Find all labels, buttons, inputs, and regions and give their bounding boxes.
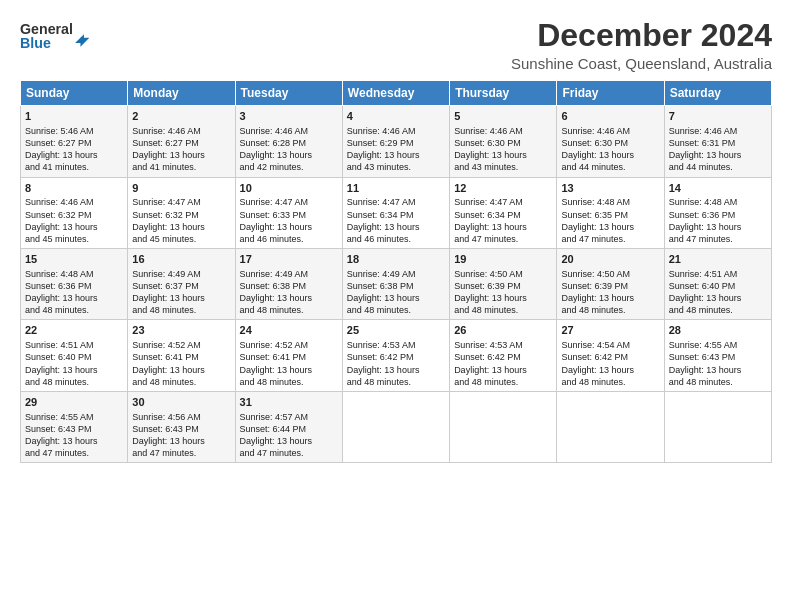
calendar-cell: 4Sunrise: 4:46 AMSunset: 6:29 PMDaylight… — [342, 106, 449, 177]
calendar-cell: 25Sunrise: 4:53 AMSunset: 6:42 PMDayligh… — [342, 320, 449, 391]
svg-text:Blue: Blue — [20, 35, 51, 51]
calendar-cell: 26Sunrise: 4:53 AMSunset: 6:42 PMDayligh… — [450, 320, 557, 391]
calendar-cell: 2Sunrise: 4:46 AMSunset: 6:27 PMDaylight… — [128, 106, 235, 177]
week-row-5: 29Sunrise: 4:55 AMSunset: 6:43 PMDayligh… — [21, 391, 772, 462]
week-row-1: 1Sunrise: 5:46 AMSunset: 6:27 PMDaylight… — [21, 106, 772, 177]
calendar-table: Sunday Monday Tuesday Wednesday Thursday… — [20, 80, 772, 463]
main-title: December 2024 — [511, 18, 772, 53]
calendar-cell: 31Sunrise: 4:57 AMSunset: 6:44 PMDayligh… — [235, 391, 342, 462]
calendar-cell: 6Sunrise: 4:46 AMSunset: 6:30 PMDaylight… — [557, 106, 664, 177]
calendar-cell: 15Sunrise: 4:48 AMSunset: 6:36 PMDayligh… — [21, 249, 128, 320]
col-friday: Friday — [557, 81, 664, 106]
calendar-cell: 1Sunrise: 5:46 AMSunset: 6:27 PMDaylight… — [21, 106, 128, 177]
calendar-cell: 3Sunrise: 4:46 AMSunset: 6:28 PMDaylight… — [235, 106, 342, 177]
calendar-cell: 22Sunrise: 4:51 AMSunset: 6:40 PMDayligh… — [21, 320, 128, 391]
col-thursday: Thursday — [450, 81, 557, 106]
calendar-cell: 20Sunrise: 4:50 AMSunset: 6:39 PMDayligh… — [557, 249, 664, 320]
week-row-4: 22Sunrise: 4:51 AMSunset: 6:40 PMDayligh… — [21, 320, 772, 391]
calendar-cell: 23Sunrise: 4:52 AMSunset: 6:41 PMDayligh… — [128, 320, 235, 391]
calendar-cell: 13Sunrise: 4:48 AMSunset: 6:35 PMDayligh… — [557, 177, 664, 248]
calendar-cell: 11Sunrise: 4:47 AMSunset: 6:34 PMDayligh… — [342, 177, 449, 248]
calendar-cell — [342, 391, 449, 462]
calendar-cell: 21Sunrise: 4:51 AMSunset: 6:40 PMDayligh… — [664, 249, 771, 320]
header: General Blue December 2024 Sunshine Coas… — [20, 18, 772, 72]
col-monday: Monday — [128, 81, 235, 106]
calendar-cell: 28Sunrise: 4:55 AMSunset: 6:43 PMDayligh… — [664, 320, 771, 391]
page: General Blue December 2024 Sunshine Coas… — [0, 0, 792, 612]
logo: General Blue — [20, 18, 100, 54]
calendar-cell: 5Sunrise: 4:46 AMSunset: 6:30 PMDaylight… — [450, 106, 557, 177]
col-wednesday: Wednesday — [342, 81, 449, 106]
calendar-cell: 12Sunrise: 4:47 AMSunset: 6:34 PMDayligh… — [450, 177, 557, 248]
calendar-cell: 9Sunrise: 4:47 AMSunset: 6:32 PMDaylight… — [128, 177, 235, 248]
calendar-cell: 17Sunrise: 4:49 AMSunset: 6:38 PMDayligh… — [235, 249, 342, 320]
calendar-cell: 14Sunrise: 4:48 AMSunset: 6:36 PMDayligh… — [664, 177, 771, 248]
header-row: Sunday Monday Tuesday Wednesday Thursday… — [21, 81, 772, 106]
title-block: December 2024 Sunshine Coast, Queensland… — [511, 18, 772, 72]
calendar-cell: 19Sunrise: 4:50 AMSunset: 6:39 PMDayligh… — [450, 249, 557, 320]
calendar-cell: 30Sunrise: 4:56 AMSunset: 6:43 PMDayligh… — [128, 391, 235, 462]
col-tuesday: Tuesday — [235, 81, 342, 106]
calendar-cell: 27Sunrise: 4:54 AMSunset: 6:42 PMDayligh… — [557, 320, 664, 391]
week-row-3: 15Sunrise: 4:48 AMSunset: 6:36 PMDayligh… — [21, 249, 772, 320]
calendar-cell — [664, 391, 771, 462]
svg-marker-3 — [80, 38, 89, 47]
calendar-cell: 16Sunrise: 4:49 AMSunset: 6:37 PMDayligh… — [128, 249, 235, 320]
col-sunday: Sunday — [21, 81, 128, 106]
calendar-cell: 29Sunrise: 4:55 AMSunset: 6:43 PMDayligh… — [21, 391, 128, 462]
calendar-cell: 18Sunrise: 4:49 AMSunset: 6:38 PMDayligh… — [342, 249, 449, 320]
subtitle: Sunshine Coast, Queensland, Australia — [511, 55, 772, 72]
calendar-cell: 8Sunrise: 4:46 AMSunset: 6:32 PMDaylight… — [21, 177, 128, 248]
col-saturday: Saturday — [664, 81, 771, 106]
calendar-cell: 10Sunrise: 4:47 AMSunset: 6:33 PMDayligh… — [235, 177, 342, 248]
calendar-cell: 24Sunrise: 4:52 AMSunset: 6:41 PMDayligh… — [235, 320, 342, 391]
calendar-cell — [557, 391, 664, 462]
logo-svg: General Blue — [20, 18, 100, 54]
calendar-cell — [450, 391, 557, 462]
calendar-cell: 7Sunrise: 4:46 AMSunset: 6:31 PMDaylight… — [664, 106, 771, 177]
week-row-2: 8Sunrise: 4:46 AMSunset: 6:32 PMDaylight… — [21, 177, 772, 248]
